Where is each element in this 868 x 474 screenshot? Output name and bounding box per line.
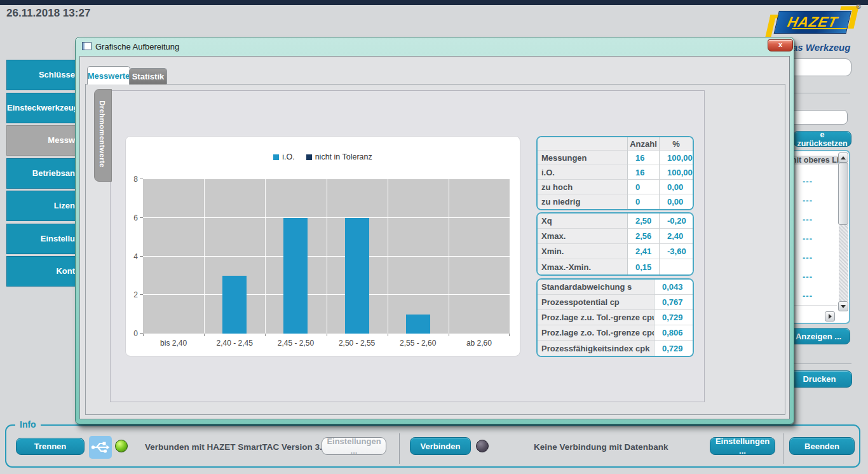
legend-item: i.O. (273, 152, 294, 161)
histogram-bar (345, 218, 369, 334)
table-label-cell: Prozessfähigkeitsindex cpk (538, 341, 654, 356)
table-value-cell: 16 (628, 165, 660, 180)
table-header-cell: Anzahl (628, 137, 660, 151)
table-label-cell: Xq (538, 213, 628, 229)
x-axis-tick (388, 334, 388, 336)
scroll-down-button[interactable] (838, 301, 848, 311)
table-value-cell: 0 (628, 180, 660, 194)
scrollbar-track[interactable] (839, 225, 848, 301)
histogram-bar (283, 218, 308, 334)
x-axis-tick-label: bis 2,40 (143, 339, 204, 348)
list-item[interactable]: --- (789, 286, 837, 306)
table-header-cell (538, 137, 628, 151)
list-item-value: --- (803, 234, 813, 243)
table-row: Proz.lage z.u. Tol.-grenze cpu0,729 (538, 310, 693, 325)
table-row: Prozesspotential cp0,767 (538, 295, 693, 310)
sidebar-item-6[interactable]: Kont (6, 256, 78, 287)
dialog-title: Grafische Aufbereitung (95, 42, 179, 51)
einstellungen-usb-button[interactable]: Einstellungen ... (322, 437, 386, 455)
sidebar-item-5[interactable]: Einstellu (6, 224, 78, 254)
table-value-cell: 0,00 (660, 180, 693, 194)
hazet-logo-shape: HAZET (766, 9, 858, 34)
table-label-cell: Prozesspotential cp (538, 295, 654, 310)
table-label-cell: Xmax. (538, 229, 628, 244)
usb-status-text: Verbunden mit HAZET SmartTAC Version 3.0… (145, 442, 336, 452)
list-item[interactable]: --- (789, 210, 837, 229)
anzeigen-button[interactable]: Anzeigen ... (787, 328, 850, 344)
table-value-cell: 100,00 (660, 151, 693, 165)
close-icon[interactable]: x (768, 39, 793, 51)
histogram-bar (222, 276, 247, 334)
verbinden-button[interactable]: Verbinden (410, 437, 471, 455)
brand-slogan: as Werkzeug (792, 42, 850, 53)
scroll-up-button[interactable] (838, 152, 848, 163)
tab-statistik[interactable]: Statistik (129, 68, 167, 85)
table-row: Proz.lage z.o. Tol.-grenze cpo0,806 (538, 325, 693, 341)
table-row: Xq2,50-0,20 (538, 213, 693, 229)
table-row: Prozessfähigkeitsindex cpk0,729 (538, 341, 693, 356)
list-item-value: --- (803, 177, 813, 186)
sidebar-item-4[interactable]: Lizen (6, 191, 78, 221)
trennen-button[interactable]: Trennen (16, 438, 85, 455)
gridline (265, 179, 266, 334)
y-axis-tick-label: 8 (126, 175, 138, 184)
list-item[interactable]: --- (789, 172, 837, 191)
table-value-cell: -0,20 (660, 213, 693, 229)
table-value-cell: 0 (628, 194, 660, 209)
table-row: Xmax.2,562,40 (538, 229, 693, 244)
application-window: 26.11.2018 13:27 HAZET ® as Werkzeug e z… (0, 0, 868, 474)
y-axis-tick (140, 179, 143, 179)
drucken-side-button[interactable]: Drucken (787, 370, 852, 388)
table-row: zu hoch00,00 (538, 180, 693, 194)
x-axis-tick-label: 2,50 - 2,55 (327, 339, 388, 348)
table-value-cell: 0,043 (654, 280, 693, 295)
usb-icon (89, 436, 112, 459)
registered-mark: ® (856, 3, 861, 10)
info-divider-2 (783, 433, 783, 464)
gridline (449, 179, 449, 334)
filter-input[interactable] (788, 110, 848, 125)
sidebar-item-1[interactable]: Einsteckwerkzeug (6, 93, 78, 123)
legend-swatch (306, 154, 312, 160)
db-status-text: Keine Verbindung mit Datenbank (534, 442, 668, 452)
scroll-right-button[interactable] (825, 311, 835, 322)
zuruecksetzen-button[interactable]: e zurücksetzen (793, 131, 851, 147)
right-panel-divider-2 (792, 363, 851, 364)
table-header-cell: % (660, 137, 693, 151)
table-value-cell: 0,729 (654, 310, 693, 325)
table-label-cell: Xmax.-Xmin. (538, 259, 628, 274)
list-item[interactable]: --- (789, 248, 837, 267)
histogram-card: i.O.nicht in Toleranz 02468bis 2,402,40 … (125, 136, 520, 356)
gridline (327, 179, 327, 334)
capability-table: Standardabweichung s0,043Prozesspotentia… (536, 278, 694, 357)
search-input[interactable] (788, 58, 851, 76)
legend-label: nicht in Toleranz (315, 152, 372, 161)
legend-swatch (273, 154, 279, 160)
sidebar-item-3[interactable]: Betriebsan (6, 158, 78, 189)
einstellungen-db-button[interactable]: Einstellungen ... (710, 437, 775, 455)
table-value-cell: 16 (628, 151, 660, 165)
gridline (388, 179, 388, 334)
list-item-value: --- (803, 291, 813, 301)
beenden-button[interactable]: Beenden (789, 437, 855, 455)
usb-status-led (115, 440, 128, 452)
list-item[interactable]: --- (789, 191, 837, 210)
list-item[interactable]: --- (789, 229, 837, 248)
x-axis-tick (327, 334, 327, 336)
sidebar-item-0[interactable]: Schlüsse (6, 60, 78, 90)
window-icon (82, 42, 92, 50)
list-item-value: --- (803, 253, 813, 262)
y-axis-tick (140, 256, 143, 257)
tab-drehmomentwerte[interactable]: Drehmomentwerte (94, 89, 112, 182)
list-item[interactable]: --- (789, 267, 837, 287)
datetime-label: 26.11.2018 13:27 (6, 7, 90, 20)
limits-list: nit oberes Li --------------------- (787, 150, 850, 324)
table-value-cell: 0,806 (654, 325, 693, 341)
counts-table: Anzahl%Messungen16100,00i.O.16100,00zu h… (536, 136, 694, 210)
tab-messwerte[interactable]: Messwerte (87, 66, 130, 85)
sidebar-item-2[interactable]: Messw (6, 125, 78, 156)
limits-list-header: nit oberes Li (792, 156, 840, 165)
list-item-value: --- (803, 196, 813, 205)
y-axis-tick (140, 217, 143, 218)
scrollbar-thumb[interactable] (838, 163, 848, 225)
